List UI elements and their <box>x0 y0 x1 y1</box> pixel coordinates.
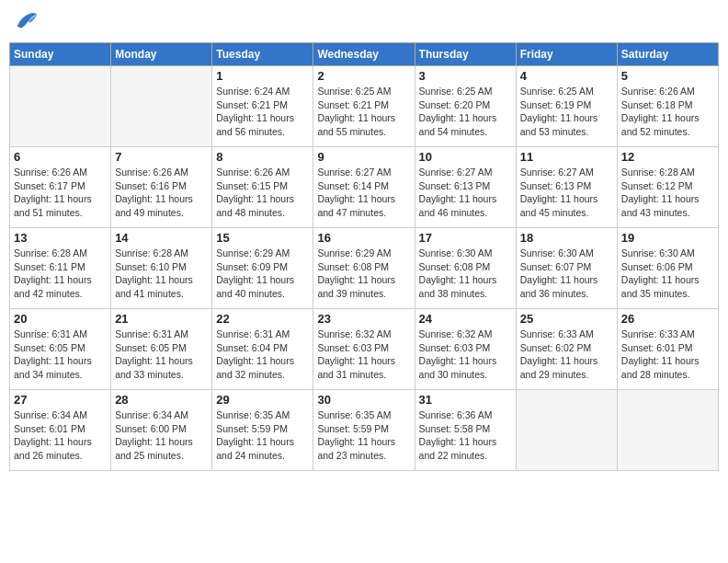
calendar-cell <box>516 390 617 471</box>
day-info: Sunrise: 6:32 AMSunset: 6:03 PMDaylight:… <box>317 327 410 382</box>
day-number: 25 <box>520 312 613 326</box>
calendar-cell: 24Sunrise: 6:32 AMSunset: 6:03 PMDayligh… <box>415 309 516 390</box>
day-info: Sunrise: 6:26 AMSunset: 6:16 PMDaylight:… <box>115 166 208 220</box>
day-info: Sunrise: 6:35 AMSunset: 5:59 PMDaylight:… <box>216 408 309 463</box>
day-number: 2 <box>317 69 410 83</box>
calendar-cell: 10Sunrise: 6:27 AMSunset: 6:13 PMDayligh… <box>415 147 516 228</box>
page-header <box>9 9 719 35</box>
day-info: Sunrise: 6:26 AMSunset: 6:17 PMDaylight:… <box>14 166 107 220</box>
calendar-cell: 18Sunrise: 6:30 AMSunset: 6:07 PMDayligh… <box>516 228 617 309</box>
calendar-cell: 31Sunrise: 6:36 AMSunset: 5:58 PMDayligh… <box>415 390 516 471</box>
day-info: Sunrise: 6:28 AMSunset: 6:11 PMDaylight:… <box>14 247 107 301</box>
calendar-cell: 13Sunrise: 6:28 AMSunset: 6:11 PMDayligh… <box>10 228 111 309</box>
day-info: Sunrise: 6:36 AMSunset: 5:58 PMDaylight:… <box>419 408 512 463</box>
day-number: 3 <box>419 69 512 83</box>
day-number: 24 <box>419 312 512 326</box>
calendar-cell: 11Sunrise: 6:27 AMSunset: 6:13 PMDayligh… <box>516 147 617 228</box>
calendar-week-5: 27Sunrise: 6:34 AMSunset: 6:01 PMDayligh… <box>10 390 719 471</box>
calendar-week-2: 6Sunrise: 6:26 AMSunset: 6:17 PMDaylight… <box>10 147 719 228</box>
calendar-cell <box>10 66 111 147</box>
day-number: 28 <box>115 393 208 407</box>
day-number: 15 <box>216 231 309 245</box>
calendar-header-monday: Monday <box>111 43 212 66</box>
calendar-cell: 6Sunrise: 6:26 AMSunset: 6:17 PMDaylight… <box>10 147 111 228</box>
calendar-cell: 8Sunrise: 6:26 AMSunset: 6:15 PMDaylight… <box>212 147 313 228</box>
day-number: 20 <box>14 312 107 326</box>
day-number: 26 <box>621 312 714 326</box>
calendar-header-friday: Friday <box>516 43 617 66</box>
calendar-header-tuesday: Tuesday <box>212 43 313 66</box>
day-number: 16 <box>317 231 410 245</box>
logo <box>9 9 39 35</box>
calendar-cell: 30Sunrise: 6:35 AMSunset: 5:59 PMDayligh… <box>313 390 415 471</box>
calendar-cell: 5Sunrise: 6:26 AMSunset: 6:18 PMDaylight… <box>617 66 718 147</box>
logo-bird-icon <box>13 9 39 35</box>
day-number: 21 <box>115 312 208 326</box>
day-number: 19 <box>621 231 714 245</box>
day-info: Sunrise: 6:27 AMSunset: 6:13 PMDaylight:… <box>419 166 512 220</box>
day-info: Sunrise: 6:34 AMSunset: 6:01 PMDaylight:… <box>14 408 107 463</box>
day-info: Sunrise: 6:31 AMSunset: 6:05 PMDaylight:… <box>14 327 107 382</box>
day-number: 13 <box>14 231 107 245</box>
day-number: 14 <box>115 231 208 245</box>
day-info: Sunrise: 6:33 AMSunset: 6:01 PMDaylight:… <box>621 327 714 382</box>
day-info: Sunrise: 6:27 AMSunset: 6:14 PMDaylight:… <box>317 166 410 220</box>
day-number: 22 <box>216 312 309 326</box>
day-number: 18 <box>520 231 613 245</box>
day-number: 1 <box>216 69 309 83</box>
calendar-cell: 4Sunrise: 6:25 AMSunset: 6:19 PMDaylight… <box>516 66 617 147</box>
calendar-cell: 22Sunrise: 6:31 AMSunset: 6:04 PMDayligh… <box>212 309 313 390</box>
day-number: 5 <box>621 69 714 83</box>
day-number: 8 <box>216 150 309 164</box>
calendar-cell <box>111 66 212 147</box>
day-number: 11 <box>520 150 613 164</box>
calendar-header-thursday: Thursday <box>415 43 516 66</box>
day-info: Sunrise: 6:25 AMSunset: 6:20 PMDaylight:… <box>419 85 512 139</box>
day-info: Sunrise: 6:28 AMSunset: 6:12 PMDaylight:… <box>621 166 714 220</box>
calendar-cell: 27Sunrise: 6:34 AMSunset: 6:01 PMDayligh… <box>10 390 111 471</box>
calendar-week-4: 20Sunrise: 6:31 AMSunset: 6:05 PMDayligh… <box>10 309 719 390</box>
day-info: Sunrise: 6:30 AMSunset: 6:08 PMDaylight:… <box>419 247 512 301</box>
calendar-cell: 16Sunrise: 6:29 AMSunset: 6:08 PMDayligh… <box>313 228 415 309</box>
day-info: Sunrise: 6:29 AMSunset: 6:08 PMDaylight:… <box>317 247 410 301</box>
calendar-cell: 17Sunrise: 6:30 AMSunset: 6:08 PMDayligh… <box>415 228 516 309</box>
calendar-cell: 20Sunrise: 6:31 AMSunset: 6:05 PMDayligh… <box>10 309 111 390</box>
calendar-cell <box>617 390 718 471</box>
day-info: Sunrise: 6:30 AMSunset: 6:07 PMDaylight:… <box>520 247 613 301</box>
day-info: Sunrise: 6:32 AMSunset: 6:03 PMDaylight:… <box>419 327 512 382</box>
day-info: Sunrise: 6:34 AMSunset: 6:00 PMDaylight:… <box>115 408 208 463</box>
day-info: Sunrise: 6:33 AMSunset: 6:02 PMDaylight:… <box>520 327 613 382</box>
calendar-header-sunday: Sunday <box>10 43 111 66</box>
day-number: 29 <box>216 393 309 407</box>
calendar-cell: 25Sunrise: 6:33 AMSunset: 6:02 PMDayligh… <box>516 309 617 390</box>
day-number: 27 <box>14 393 107 407</box>
calendar-table: SundayMondayTuesdayWednesdayThursdayFrid… <box>9 42 719 471</box>
day-info: Sunrise: 6:31 AMSunset: 6:05 PMDaylight:… <box>115 327 208 382</box>
day-number: 17 <box>419 231 512 245</box>
calendar-cell: 29Sunrise: 6:35 AMSunset: 5:59 PMDayligh… <box>212 390 313 471</box>
calendar-cell: 7Sunrise: 6:26 AMSunset: 6:16 PMDaylight… <box>111 147 212 228</box>
day-info: Sunrise: 6:26 AMSunset: 6:15 PMDaylight:… <box>216 166 309 220</box>
calendar-header-saturday: Saturday <box>617 43 718 66</box>
day-info: Sunrise: 6:31 AMSunset: 6:04 PMDaylight:… <box>216 327 309 382</box>
calendar-cell: 12Sunrise: 6:28 AMSunset: 6:12 PMDayligh… <box>617 147 718 228</box>
day-number: 9 <box>317 150 410 164</box>
day-number: 7 <box>115 150 208 164</box>
day-info: Sunrise: 6:29 AMSunset: 6:09 PMDaylight:… <box>216 247 309 301</box>
calendar-cell: 14Sunrise: 6:28 AMSunset: 6:10 PMDayligh… <box>111 228 212 309</box>
day-number: 12 <box>621 150 714 164</box>
day-info: Sunrise: 6:28 AMSunset: 6:10 PMDaylight:… <box>115 247 208 301</box>
calendar-cell: 23Sunrise: 6:32 AMSunset: 6:03 PMDayligh… <box>313 309 415 390</box>
calendar-header-row: SundayMondayTuesdayWednesdayThursdayFrid… <box>10 43 719 66</box>
calendar-week-3: 13Sunrise: 6:28 AMSunset: 6:11 PMDayligh… <box>10 228 719 309</box>
calendar-cell: 21Sunrise: 6:31 AMSunset: 6:05 PMDayligh… <box>111 309 212 390</box>
calendar-cell: 26Sunrise: 6:33 AMSunset: 6:01 PMDayligh… <box>617 309 718 390</box>
calendar-cell: 2Sunrise: 6:25 AMSunset: 6:21 PMDaylight… <box>313 66 415 147</box>
day-info: Sunrise: 6:26 AMSunset: 6:18 PMDaylight:… <box>621 85 714 139</box>
day-number: 23 <box>317 312 410 326</box>
calendar-cell: 15Sunrise: 6:29 AMSunset: 6:09 PMDayligh… <box>212 228 313 309</box>
day-number: 31 <box>419 393 512 407</box>
calendar-week-1: 1Sunrise: 6:24 AMSunset: 6:21 PMDaylight… <box>10 66 719 147</box>
calendar-cell: 28Sunrise: 6:34 AMSunset: 6:00 PMDayligh… <box>111 390 212 471</box>
day-info: Sunrise: 6:35 AMSunset: 5:59 PMDaylight:… <box>317 408 410 463</box>
